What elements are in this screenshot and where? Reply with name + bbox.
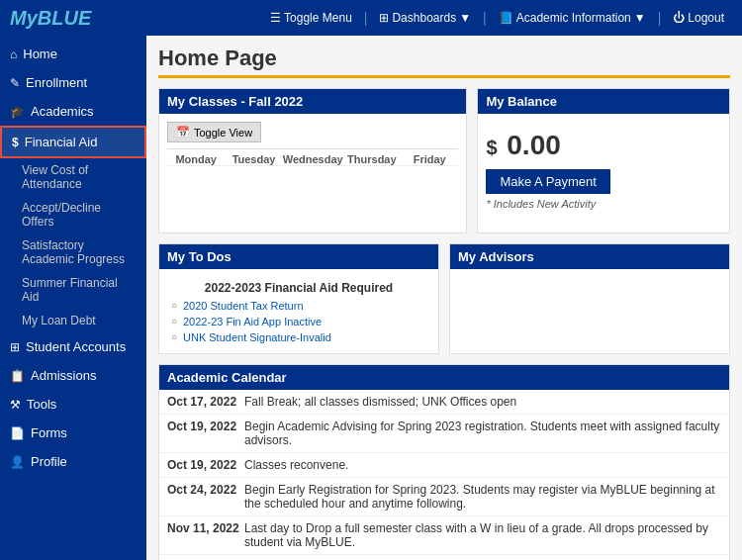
todo-item-2[interactable]: 2022-23 Fin Aid App Inactive	[171, 314, 426, 329]
content-area: Home Page My Classes - Fall 2022 📅 Toggl…	[146, 36, 742, 560]
day-tuesday: Tuesday	[225, 153, 282, 165]
sidebar-sub-summer[interactable]: Summer Financial Aid	[0, 271, 146, 309]
sidebar-sub-view-cost[interactable]: View Cost of Attendance	[0, 158, 146, 196]
nav-sep-1: |	[364, 10, 368, 26]
currency-symbol: $	[486, 137, 497, 158]
calendar-event-desc: Last day to Drop a full semester class w…	[244, 521, 721, 549]
sidebar-item-home[interactable]: Home	[0, 40, 146, 68]
day-thursday: Thursday	[343, 153, 401, 165]
calendar-event-row: Nov 14, 2022 General Registration for Sp…	[159, 555, 729, 560]
sidebar-item-tools[interactable]: ⚒ Tools	[0, 390, 146, 419]
my-balance-card: My Balance $ 0.00 Make A Payment * Inclu…	[477, 88, 730, 233]
sidebar-item-label: Tools	[27, 397, 56, 412]
nav-sep-3: |	[658, 10, 662, 26]
balance-amount: $ 0.00	[486, 122, 721, 165]
my-todos-header: My To Dos	[159, 244, 438, 269]
profile-icon: 👤	[10, 455, 25, 469]
sidebar-item-label: Enrollment	[26, 75, 87, 90]
sidebar-item-admissions[interactable]: 📋 Admissions	[0, 361, 146, 390]
calendar-event-row: Oct 17, 2022 Fall Break; all classes dis…	[159, 390, 729, 415]
academic-info-caret: ▼	[634, 11, 646, 25]
sidebar-item-label: Student Accounts	[26, 339, 126, 354]
calendar-days-header: Monday Tuesday Wednesday Thursday Friday	[167, 148, 458, 165]
calendar-icon: 📅	[176, 126, 190, 139]
calendar-event-date: Oct 17, 2022	[167, 395, 244, 409]
day-wednesday: Wednesday	[283, 153, 343, 165]
sidebar-sub-loan-debt[interactable]: My Loan Debt	[0, 309, 146, 332]
dashboards-label: Dashboards	[392, 11, 456, 25]
tools-icon: ⚒	[10, 398, 21, 412]
sidebar-item-enrollment[interactable]: ✎ Enrollment	[0, 68, 146, 97]
academics-icon: 🎓	[10, 105, 25, 119]
sidebar-item-label: Academics	[31, 104, 94, 119]
sidebar-item-forms[interactable]: 📄 Forms	[0, 419, 146, 447]
top-nav-right: ☰ Toggle Menu | ⊞ Dashboards ▼ | 📘 Acade…	[262, 7, 732, 29]
page-title: Home Page	[158, 46, 730, 78]
logout-label: Logout	[688, 11, 724, 25]
home-icon	[10, 47, 17, 61]
logout-button[interactable]: ⏻ Logout	[665, 7, 732, 29]
academic-info-icon: 📘	[499, 11, 513, 25]
sidebar: Home ✎ Enrollment 🎓 Academics $ Financia…	[0, 36, 146, 560]
middle-row: My To Dos 2022-2023 Financial Aid Requir…	[158, 243, 730, 354]
day-monday: Monday	[167, 153, 225, 165]
balance-value: 0.00	[507, 130, 561, 160]
calendar-event-row: Nov 11, 2022 Last day to Drop a full sem…	[159, 516, 729, 555]
sidebar-sub-accept-decline[interactable]: Accept/Decline Offers	[0, 196, 146, 233]
logo-my: My	[10, 7, 38, 29]
student-accounts-icon: ⊞	[10, 340, 20, 354]
calendar-event-date: Nov 11, 2022	[167, 521, 244, 549]
make-payment-button[interactable]: Make A Payment	[486, 169, 610, 194]
dashboards-caret: ▼	[459, 11, 471, 25]
todo-item-3[interactable]: UNK Student Signature-Invalid	[171, 329, 426, 345]
my-classes-card: My Classes - Fall 2022 📅 Toggle View Mon…	[158, 88, 467, 233]
sidebar-item-profile[interactable]: 👤 Profile	[0, 447, 146, 476]
main-layout: Home ✎ Enrollment 🎓 Academics $ Financia…	[0, 36, 742, 560]
todo-item-1[interactable]: 2020 Student Tax Return	[171, 298, 426, 314]
sidebar-item-label: Forms	[31, 425, 67, 440]
toggle-view-label: Toggle View	[194, 127, 252, 139]
my-balance-body: $ 0.00 Make A Payment * Includes New Act…	[478, 114, 729, 218]
academic-info-label: Academic Information	[516, 11, 631, 25]
enrollment-icon: ✎	[10, 76, 20, 90]
sidebar-item-financial-aid[interactable]: $ Financial Aid	[0, 126, 146, 158]
academic-calendar-header: Academic Calendar	[159, 365, 729, 390]
logout-icon: ⏻	[673, 11, 685, 25]
my-advisors-card: My Advisors	[449, 243, 730, 354]
logo-blue: BLUE	[38, 7, 91, 29]
toggle-menu-label: Toggle Menu	[284, 11, 352, 25]
logo: MyBLUE	[10, 7, 91, 30]
sidebar-sub-satisfactory[interactable]: Satisfactory Academic Progress	[0, 233, 146, 271]
calendar-body	[167, 165, 458, 225]
my-balance-header: My Balance	[478, 89, 729, 114]
sidebar-item-label: Profile	[31, 454, 67, 469]
calendar-event-row: Oct 24, 2022 Begin Early Registration fo…	[159, 478, 729, 516]
top-navigation: MyBLUE ☰ Toggle Menu | ⊞ Dashboards ▼ | …	[0, 0, 742, 36]
calendar-event-date: Oct 19, 2022	[167, 420, 244, 447]
admissions-icon: 📋	[10, 369, 25, 383]
day-friday: Friday	[401, 153, 458, 165]
toggle-view-button[interactable]: 📅 Toggle View	[167, 122, 261, 142]
todo-section-header: 2022-2023 Financial Aid Required	[167, 277, 430, 298]
financial-aid-icon: $	[12, 136, 19, 149]
calendar-event-row: Oct 19, 2022 Begin Academic Advising for…	[159, 415, 729, 453]
toggle-menu-button[interactable]: ☰ Toggle Menu	[262, 7, 360, 29]
my-classes-body: 📅 Toggle View Monday Tuesday Wednesday T…	[159, 114, 466, 233]
academic-calendar-card: Academic Calendar Oct 17, 2022 Fall Brea…	[158, 364, 730, 560]
calendar-event-desc: Begin Early Registration for Spring 2023…	[244, 483, 721, 511]
dashboards-button[interactable]: ⊞ Dashboards ▼	[371, 7, 479, 29]
academic-calendar-body: Oct 17, 2022 Fall Break; all classes dis…	[159, 390, 729, 560]
calendar-event-date: Oct 19, 2022	[167, 458, 244, 472]
sidebar-item-student-accounts[interactable]: ⊞ Student Accounts	[0, 332, 146, 361]
academic-info-button[interactable]: 📘 Academic Information ▼	[491, 7, 654, 29]
dashboard-icon: ⊞	[379, 11, 389, 25]
balance-note: * Includes New Activity	[486, 198, 721, 210]
my-todos-body: 2022-2023 Financial Aid Required 2020 St…	[159, 269, 438, 353]
my-advisors-header: My Advisors	[450, 244, 729, 269]
menu-icon: ☰	[270, 11, 281, 25]
calendar-event-desc: Begin Academic Advising for Spring 2023 …	[244, 420, 721, 447]
calendar-event-row: Oct 19, 2022 Classes reconvene.	[159, 453, 729, 478]
calendar-event-desc: Classes reconvene.	[244, 458, 721, 472]
sidebar-item-academics[interactable]: 🎓 Academics	[0, 97, 146, 126]
my-classes-header: My Classes - Fall 2022	[159, 89, 466, 114]
